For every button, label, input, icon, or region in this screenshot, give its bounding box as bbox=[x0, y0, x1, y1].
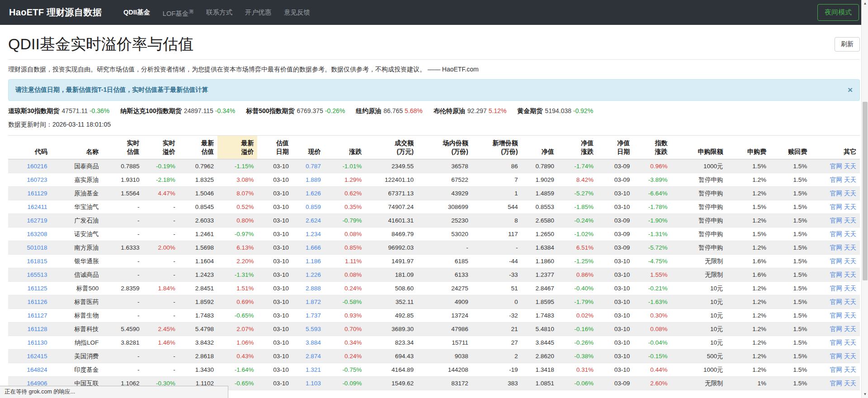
official-site-link[interactable]: 官网 bbox=[830, 204, 842, 210]
links-cell[interactable]: 官网天天 bbox=[811, 295, 860, 308]
official-site-link[interactable]: 官网 bbox=[830, 244, 842, 251]
price-cell[interactable]: 1.666 bbox=[292, 241, 325, 254]
price-cell-link[interactable]: 0.787 bbox=[306, 163, 321, 170]
code-cell-link[interactable]: 161128 bbox=[27, 326, 47, 332]
code-cell[interactable]: 162719 bbox=[8, 213, 51, 227]
tiantian-link[interactable]: 天天 bbox=[844, 190, 856, 197]
code-cell[interactable]: 162411 bbox=[8, 200, 51, 213]
tiantian-link[interactable]: 天天 bbox=[844, 298, 856, 305]
links-cell[interactable]: 官网天天 bbox=[811, 363, 860, 376]
tiantian-link[interactable]: 天天 bbox=[844, 176, 856, 183]
official-site-link[interactable]: 官网 bbox=[830, 353, 842, 360]
price-cell-link[interactable]: 2.874 bbox=[306, 353, 321, 360]
official-site-link[interactable]: 官网 bbox=[830, 190, 842, 197]
code-cell[interactable]: 161129 bbox=[8, 186, 51, 200]
brand-logo[interactable]: HaoETF 理财源自数据 bbox=[9, 6, 102, 19]
official-site-link[interactable]: 官网 bbox=[830, 163, 842, 170]
code-cell-link[interactable]: 161126 bbox=[27, 298, 47, 305]
official-site-link[interactable]: 官网 bbox=[830, 326, 842, 332]
scroll-down-icon[interactable]: ▼ bbox=[862, 391, 868, 398]
links-cell[interactable]: 官网天天 bbox=[811, 268, 860, 281]
links-cell[interactable]: 官网天天 bbox=[811, 376, 860, 390]
price-cell[interactable]: 5.593 bbox=[292, 322, 325, 336]
code-cell-link[interactable]: 164824 bbox=[27, 366, 47, 373]
price-cell[interactable]: 2.888 bbox=[292, 281, 325, 295]
price-cell-link[interactable]: 2.624 bbox=[306, 217, 321, 224]
price-cell-link[interactable]: 5.593 bbox=[306, 326, 321, 332]
tiantian-link[interactable]: 天天 bbox=[844, 231, 856, 237]
code-cell-link[interactable]: 161815 bbox=[27, 258, 47, 265]
code-cell-link[interactable]: 161127 bbox=[27, 312, 47, 319]
price-cell[interactable]: 1.889 bbox=[292, 173, 325, 186]
code-cell-link[interactable]: 160216 bbox=[27, 163, 47, 170]
price-cell[interactable]: 1.737 bbox=[292, 308, 325, 322]
code-cell-link[interactable]: 160723 bbox=[27, 176, 47, 183]
official-site-link[interactable]: 官网 bbox=[830, 312, 842, 319]
code-cell[interactable]: 161127 bbox=[8, 308, 51, 322]
code-cell-link[interactable]: 162415 bbox=[27, 353, 47, 360]
price-cell-link[interactable]: 1.737 bbox=[306, 312, 321, 319]
code-cell[interactable]: 161125 bbox=[8, 281, 51, 295]
price-cell[interactable]: 1.226 bbox=[292, 268, 325, 281]
scrollbar-thumb[interactable] bbox=[863, 102, 868, 280]
price-cell[interactable]: 1.234 bbox=[292, 227, 325, 241]
nav-item-4[interactable]: 意见反馈 bbox=[278, 0, 316, 25]
price-cell-link[interactable]: 1.889 bbox=[306, 176, 321, 183]
price-cell[interactable]: 1.626 bbox=[292, 186, 325, 200]
links-cell[interactable]: 官网天天 bbox=[811, 322, 860, 336]
scroll-up-icon[interactable]: ▲ bbox=[862, 0, 868, 7]
price-cell-link[interactable]: 1.226 bbox=[306, 271, 321, 278]
code-cell-link[interactable]: 165513 bbox=[27, 271, 47, 278]
price-cell-link[interactable]: 1.186 bbox=[306, 258, 321, 265]
code-cell[interactable]: 160216 bbox=[8, 159, 51, 173]
code-cell-link[interactable]: 161130 bbox=[27, 339, 47, 346]
links-cell[interactable]: 官网天天 bbox=[811, 308, 860, 322]
tiantian-link[interactable]: 天天 bbox=[844, 326, 856, 332]
official-site-link[interactable]: 官网 bbox=[830, 380, 842, 387]
code-cell[interactable]: 160723 bbox=[8, 173, 51, 186]
links-cell[interactable]: 官网天天 bbox=[811, 159, 860, 173]
tiantian-link[interactable]: 天天 bbox=[844, 312, 856, 319]
price-cell-link[interactable]: 0.859 bbox=[306, 204, 321, 210]
price-cell[interactable]: 3.884 bbox=[292, 336, 325, 349]
code-cell[interactable]: 163208 bbox=[8, 227, 51, 241]
links-cell[interactable]: 官网天天 bbox=[811, 173, 860, 186]
price-cell-link[interactable]: 1.321 bbox=[306, 366, 321, 373]
official-site-link[interactable]: 官网 bbox=[830, 231, 842, 237]
tiantian-link[interactable]: 天天 bbox=[844, 353, 856, 360]
official-site-link[interactable]: 官网 bbox=[830, 176, 842, 183]
official-site-link[interactable]: 官网 bbox=[830, 339, 842, 346]
code-cell-link[interactable]: 161129 bbox=[27, 190, 47, 197]
tiantian-link[interactable]: 天天 bbox=[844, 244, 856, 251]
tiantian-link[interactable]: 天天 bbox=[844, 217, 856, 224]
price-cell-link[interactable]: 1.103 bbox=[306, 380, 321, 387]
official-site-link[interactable]: 官网 bbox=[830, 298, 842, 305]
price-cell[interactable]: 1.186 bbox=[292, 254, 325, 268]
links-cell[interactable]: 官网天天 bbox=[811, 281, 860, 295]
code-cell[interactable]: 161815 bbox=[8, 254, 51, 268]
links-cell[interactable]: 官网天天 bbox=[811, 213, 860, 227]
price-cell[interactable]: 2.624 bbox=[292, 213, 325, 227]
price-cell-link[interactable]: 1.872 bbox=[306, 298, 321, 305]
tiantian-link[interactable]: 天天 bbox=[844, 258, 856, 265]
vertical-scrollbar[interactable]: ▲ ▼ bbox=[861, 0, 868, 398]
nav-item-2[interactable]: 联系方式 bbox=[200, 0, 239, 25]
official-site-link[interactable]: 官网 bbox=[830, 217, 842, 224]
code-cell[interactable]: 164824 bbox=[8, 363, 51, 376]
nav-item-0[interactable]: QDII基金 bbox=[117, 0, 156, 25]
official-site-link[interactable]: 官网 bbox=[830, 366, 842, 373]
code-cell-link[interactable]: 162719 bbox=[27, 217, 47, 224]
price-cell-link[interactable]: 1.234 bbox=[306, 231, 321, 237]
official-site-link[interactable]: 官网 bbox=[830, 271, 842, 278]
links-cell[interactable]: 官网天天 bbox=[811, 349, 860, 363]
code-cell[interactable]: 161126 bbox=[8, 295, 51, 308]
code-cell[interactable]: 162415 bbox=[8, 349, 51, 363]
close-icon[interactable]: × bbox=[848, 87, 853, 93]
tiantian-link[interactable]: 天天 bbox=[844, 204, 856, 210]
code-cell-link[interactable]: 163208 bbox=[27, 231, 47, 237]
official-site-link[interactable]: 官网 bbox=[830, 258, 842, 265]
code-cell-link[interactable]: 161125 bbox=[27, 285, 47, 292]
links-cell[interactable]: 官网天天 bbox=[811, 254, 860, 268]
price-cell[interactable]: 1.103 bbox=[292, 376, 325, 390]
code-cell[interactable]: 161128 bbox=[8, 322, 51, 336]
